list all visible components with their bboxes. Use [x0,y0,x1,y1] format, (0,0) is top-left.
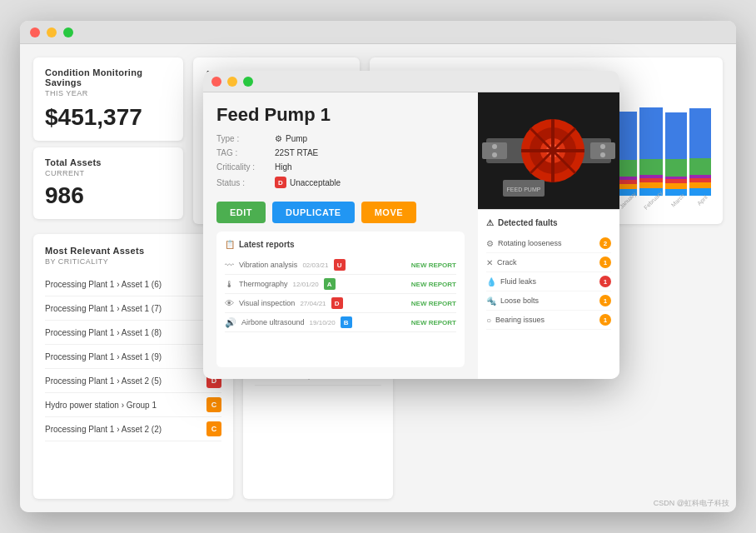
watermark: CSDN @虹科电子科技 [654,498,729,509]
report-row: 🌡 Thermography 12/01/20 A NEW REPORT [225,275,456,294]
new-report-link[interactable]: NEW REPORT [411,319,456,326]
reports-section: 📋 Latest reports 〰 Vibration analysis 02… [216,232,465,367]
reports-header: 📋 Latest reports [225,240,456,249]
fault-count: 1 [599,295,611,306]
vibration-icon: 〰 [225,260,234,270]
popup-titlebar [203,71,619,92]
rotating-icon: ⚙ [486,239,494,248]
visual-icon: 👁 [225,298,234,308]
popup-close-button[interactable] [211,77,221,87]
asset-badge: C [206,421,221,436]
report-row: 🔊 Airbone ultrasound 19/10/20 B NEW REPO… [225,313,456,332]
savings-subtitle: THIS YEAR [45,89,172,97]
asset-list: Processing Plant 1 › Asset 1 (6) D Proce… [45,272,221,441]
type-value: ⚙ Pump [275,134,307,143]
left-stack: Condition Monitoring Savings THIS YEAR $… [33,57,183,224]
tag-value: 22ST RTAE [275,148,318,157]
minimize-button[interactable] [47,27,57,37]
ultrasound-icon: 🔊 [225,317,236,328]
svg-text:FEED PUMP: FEED PUMP [507,187,541,192]
fault-row: 🔩 Loose bolts 1 [486,291,611,311]
fault-row: ○ Bearing issues 1 [486,311,611,330]
fault-row: ✕ Crack 1 [486,253,611,272]
asset-badge: C [206,397,221,412]
info-row-criticality: Criticality : High [216,162,465,172]
bar-col: March [665,96,687,204]
report-badge: U [334,259,346,271]
tag-label: TAG : [216,148,275,157]
total-assets-card: Total Assets CURRENT 986 [33,147,183,219]
thermography-icon: 🌡 [225,279,234,289]
criticality-value: High [275,162,292,172]
faults-section: ⚠ Detected faults ⚙ Rotating looseness 2… [478,209,619,379]
maximize-button[interactable] [63,27,73,37]
edit-button[interactable]: EDIT [216,202,266,223]
fault-row: ⚙ Rotating looseness 2 [486,234,611,253]
svg-point-22 [600,152,605,157]
popup-window: Feed Pump 1 Type : ⚙ Pump TAG : 22ST RTA… [203,71,619,379]
main-window: Condition Monitoring Savings THIS YEAR $… [20,21,736,512]
popup-maximize-button[interactable] [243,77,253,87]
popup-left: Feed Pump 1 Type : ⚙ Pump TAG : 22ST RTA… [203,92,478,379]
report-badge: D [331,297,343,309]
relevant-title: Most Relevant Assets [45,246,221,256]
svg-point-21 [600,144,605,149]
close-button[interactable] [30,27,40,37]
pump-illustration: FEED PUMP [478,92,619,209]
bolts-icon: 🔩 [486,296,496,306]
svg-point-20 [492,152,497,157]
new-report-link[interactable]: NEW REPORT [411,262,456,269]
status-value: D Unacceptable [275,177,341,188]
info-row-type: Type : ⚙ Pump [216,134,465,143]
popup-right: FEED PUMP ⚠ Detected faults ⚙ Rotating l… [478,92,619,379]
info-row-tag: TAG : 22ST RTAE [216,148,465,157]
relevant-subtitle: BY CRITICALITY [45,257,221,266]
report-row: 👁 Visual inspection 27/04/21 D NEW REPOR… [225,294,456,313]
savings-title: Condition Monitoring Savings [45,67,172,87]
list-item: Hydro power station › Group 1 C [45,393,221,417]
status-label: Status : [216,178,275,187]
list-item: Processing Plant 1 › Asset 2 (2) C [45,417,221,441]
crack-icon: ✕ [486,258,493,267]
list-item: Processing Plant 1 › Asset 1 (9) D [45,345,221,369]
fault-count: 1 [599,276,611,287]
popup-minimize-button[interactable] [227,77,237,87]
type-label: Type : [216,134,275,143]
bar-col: February [639,96,663,204]
faults-header: ⚠ Detected faults [486,218,611,227]
popup-body: Feed Pump 1 Type : ⚙ Pump TAG : 22ST RTA… [203,92,619,379]
report-row: 〰 Vibration analysis 02/03/21 U NEW REPO… [225,256,456,275]
fault-count: 1 [599,257,611,268]
fault-row: 💧 Fluid leaks 1 [486,272,611,291]
list-item: Processing Plant 1 › Asset 1 (6) D [45,272,221,296]
total-assets-title: Total Assets [45,157,172,167]
savings-value: $451,377 [45,104,172,131]
criticality-label: Criticality : [216,162,275,172]
list-item: Processing Plant 1 › Asset 1 (7) D [45,296,221,321]
total-assets-subtitle: CURRENT [45,169,172,177]
report-badge: A [324,278,336,290]
list-item: Processing Plant 1 › Asset 2 (5) D [45,369,221,393]
total-assets-value: 986 [45,182,172,209]
list-item: Processing Plant 1 › Asset 1 (8) D [45,321,221,345]
pump-title: Feed Pump 1 [216,104,465,126]
duplicate-button[interactable]: DUPLICATE [272,202,355,223]
info-row-status: Status : D Unacceptable [216,177,465,188]
report-badge: B [341,316,352,328]
titlebar [20,21,736,44]
bearing-icon: ○ [486,316,491,325]
new-report-link[interactable]: NEW REPORT [411,300,456,307]
fault-count: 1 [599,314,611,326]
svg-point-19 [492,144,497,149]
fault-count: 2 [599,237,611,249]
pump-image: FEED PUMP [478,92,619,209]
savings-card: Condition Monitoring Savings THIS YEAR $… [33,57,183,141]
move-button[interactable]: MOVE [361,202,416,223]
status-badge: D [275,177,286,188]
new-report-link[interactable]: NEW REPORT [411,281,456,288]
action-buttons: EDIT DUPLICATE MOVE [216,202,465,223]
bar-col: April [689,96,711,204]
fluid-icon: 💧 [486,277,496,286]
